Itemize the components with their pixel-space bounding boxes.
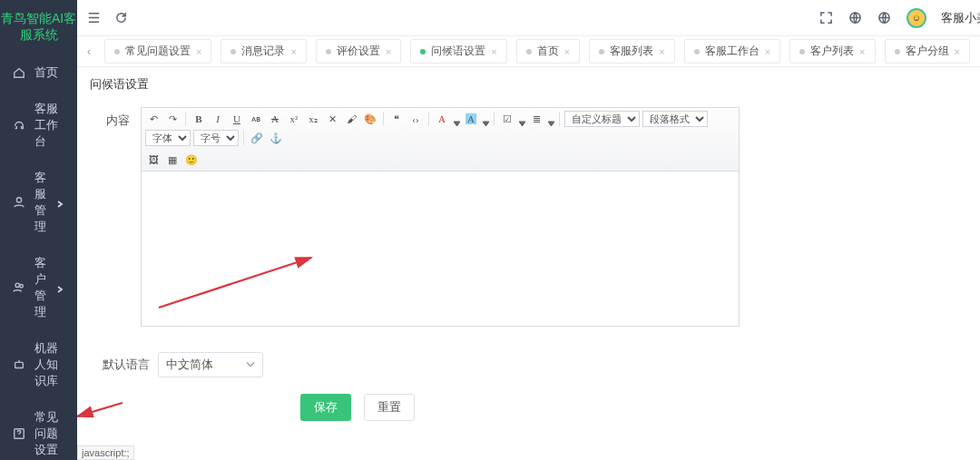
nav: 首页客服工作台客服管理客户管理机器人知识库常见问题设置评价列表消息记录评价设置问…: [0, 54, 77, 460]
tab-dot-icon: [799, 49, 805, 54]
editor-sup-icon[interactable]: x²: [286, 111, 302, 127]
dropdown-caret-icon[interactable]: [454, 116, 460, 122]
close-icon[interactable]: ×: [386, 46, 391, 57]
editor-strike-icon[interactable]: A: [267, 111, 283, 127]
tab-dot-icon: [114, 49, 120, 54]
statusbar: javascript:;: [77, 445, 134, 460]
tab-dot-icon: [420, 49, 426, 54]
sidebar-item-5[interactable]: 常见问题设置: [0, 399, 77, 460]
editor-select-font_family[interactable]: 字体: [145, 130, 191, 146]
tab-label: 常见问题设置: [125, 44, 191, 59]
editor-clear-icon[interactable]: ✕: [324, 111, 340, 127]
tab-label: 客服工作台: [705, 44, 760, 59]
editor-bold-icon[interactable]: B: [191, 111, 207, 127]
chevron-down-icon: [55, 283, 64, 292]
tab-8[interactable]: 客户分组×: [885, 39, 970, 64]
label-default-language: 默认语言: [90, 357, 158, 373]
faq-icon: [13, 427, 25, 440]
dropdown-caret-icon[interactable]: [548, 116, 554, 122]
sidebar-item-label: 客户管理: [34, 255, 46, 320]
sidebar: 青鸟智能AI客服系统 首页客服工作台客服管理客户管理机器人知识库常见问题设置评价…: [0, 0, 77, 460]
editor-abbr-icon[interactable]: ᴀʙ: [248, 111, 264, 127]
close-icon[interactable]: ×: [290, 46, 296, 57]
editor-select-heading[interactable]: 自定义标题: [564, 111, 640, 127]
editor-emoji-icon[interactable]: 🙂: [183, 152, 200, 168]
sidebar-item-3[interactable]: 客户管理: [0, 245, 77, 330]
sidebar-item-label: 常见问题设置: [34, 409, 64, 458]
editor-underline-icon[interactable]: U: [229, 111, 245, 127]
tab-5[interactable]: 客服列表×: [589, 39, 674, 64]
topbar: ☺ 客服小美: [77, 0, 980, 36]
user-icon: [13, 196, 25, 209]
sidebar-item-1[interactable]: 客服工作台: [0, 91, 77, 160]
user-name[interactable]: 客服小美: [941, 10, 980, 26]
editor-link-icon[interactable]: 🔗: [249, 130, 265, 146]
rich-text-editor: ↶↷BIUᴀʙAx²x₂✕🖌🎨❝‹›AA☑≣自定义标题段落格式字体字号🔗⚓🖼▦🙂: [141, 107, 740, 327]
close-icon[interactable]: ×: [765, 46, 770, 57]
sidebar-item-label: 客服管理: [34, 170, 46, 235]
tab-4[interactable]: 首页×: [516, 39, 580, 64]
globe-icon-2[interactable]: [877, 11, 892, 25]
close-icon[interactable]: ×: [859, 46, 865, 57]
close-icon[interactable]: ×: [196, 46, 201, 57]
editor-sub-icon[interactable]: x₂: [305, 111, 321, 127]
editor-brush-icon[interactable]: 🖌: [343, 111, 359, 127]
sidebar-item-0[interactable]: 首页: [0, 54, 77, 91]
tab-label: 首页: [537, 44, 559, 59]
label-content: 内容: [90, 107, 141, 327]
editor-bgcolor-icon[interactable]: A: [463, 111, 479, 127]
close-icon[interactable]: ×: [955, 46, 960, 57]
tabs-scroll: 常见问题设置×消息记录×评价设置×问候语设置×首页×客服列表×客服工作台×客户列…: [101, 39, 974, 64]
save-button[interactable]: 保存: [300, 394, 351, 421]
brand-title: 青鸟智能AI客服系统: [0, 0, 77, 54]
fullscreen-icon[interactable]: [819, 11, 834, 25]
svg-point-0: [16, 198, 21, 202]
tab-label: 消息记录: [241, 44, 285, 59]
globe-icon[interactable]: [848, 11, 863, 25]
tab-1[interactable]: 消息记录×: [220, 39, 306, 64]
tab-dot-icon: [694, 49, 700, 54]
tab-dot-icon: [526, 49, 532, 54]
content: 问候语设置 内容 ↶↷BIUᴀʙAx²x₂✕🖌🎨❝‹›AA☑≣自定义标题段落格式…: [77, 67, 980, 460]
tab-2[interactable]: 评价设置×: [316, 39, 401, 64]
sidebar-item-label: 机器人知识库: [34, 340, 64, 389]
sidebar-item-2[interactable]: 客服管理: [0, 160, 77, 245]
language-select[interactable]: 中文简体: [158, 352, 263, 377]
close-icon[interactable]: ×: [491, 46, 496, 57]
close-icon[interactable]: ×: [564, 46, 570, 57]
editor-palette-icon[interactable]: 🎨: [362, 111, 378, 127]
editor-select-paragraph[interactable]: 段落格式: [642, 111, 708, 127]
editor-task-icon[interactable]: ☑: [499, 111, 515, 127]
language-select-value: 中文简体: [166, 357, 213, 373]
sidebar-item-4[interactable]: 机器人知识库: [0, 330, 77, 399]
editor-code-icon[interactable]: ‹›: [407, 111, 424, 127]
close-icon[interactable]: ×: [659, 46, 664, 57]
editor-table-icon[interactable]: ▦: [164, 152, 181, 168]
editor-select-font_size[interactable]: 字号: [193, 130, 239, 146]
collapse-menu-icon[interactable]: [86, 11, 101, 25]
editor-anchor-icon[interactable]: ⚓: [268, 130, 284, 146]
tab-3[interactable]: 问候语设置×: [410, 39, 506, 64]
dropdown-caret-icon[interactable]: [483, 116, 489, 122]
editor-textarea[interactable]: [142, 171, 739, 326]
editor-quote-icon[interactable]: ❝: [388, 111, 405, 127]
reset-button[interactable]: 重置: [364, 394, 415, 421]
tabs-prev[interactable]: ‹: [83, 45, 95, 58]
editor-italic-icon[interactable]: I: [210, 111, 226, 127]
tab-6[interactable]: 客服工作台×: [684, 39, 780, 64]
refresh-icon[interactable]: [113, 11, 128, 25]
tab-0[interactable]: 常见问题设置×: [104, 39, 211, 64]
headset-icon: [13, 119, 25, 132]
editor-fontcolor-icon[interactable]: A: [434, 111, 450, 127]
editor-redo-icon[interactable]: ↷: [164, 111, 181, 127]
avatar[interactable]: ☺: [906, 8, 926, 28]
chevron-down-icon: [246, 358, 255, 372]
dropdown-caret-icon[interactable]: [519, 116, 525, 122]
tab-7[interactable]: 客户列表×: [789, 39, 875, 64]
editor-list-icon[interactable]: ≣: [528, 111, 544, 127]
editor-image-icon[interactable]: 🖼: [145, 152, 162, 168]
robot-icon: [13, 358, 25, 371]
sidebar-item-label: 首页: [34, 64, 64, 81]
editor-undo-icon[interactable]: ↶: [145, 111, 162, 127]
tab-label: 客户分组: [906, 44, 949, 59]
